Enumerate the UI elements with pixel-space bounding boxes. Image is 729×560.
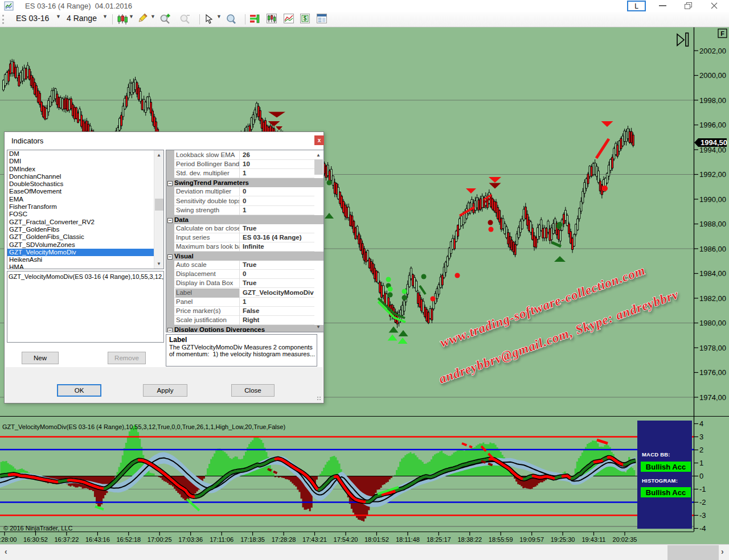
svg-text:17:00:25: 17:00:25 bbox=[148, 536, 172, 543]
svg-text:16:28:00: 16:28:00 bbox=[0, 536, 17, 543]
svg-text:-4: -4 bbox=[699, 524, 706, 533]
svg-text:1996,00: 1996,00 bbox=[699, 121, 726, 129]
svg-text:18:25:17: 18:25:17 bbox=[427, 536, 451, 543]
svg-text:3: 3 bbox=[699, 433, 703, 441]
svg-text:19:25:30: 19:25:30 bbox=[551, 536, 575, 543]
svg-text:17:54:20: 17:54:20 bbox=[334, 536, 358, 543]
svg-text:17:03:36: 17:03:36 bbox=[178, 536, 203, 543]
svg-text:18:38:22: 18:38:22 bbox=[457, 536, 482, 543]
svg-text:1994,50: 1994,50 bbox=[701, 138, 727, 147]
svg-text:19:09:57: 19:09:57 bbox=[519, 536, 544, 543]
svg-text:-3: -3 bbox=[699, 511, 706, 520]
svg-text:Bullish Acc: Bullish Acc bbox=[646, 463, 686, 471]
svg-text:2: 2 bbox=[699, 446, 703, 454]
svg-text:17:11:06: 17:11:06 bbox=[210, 536, 234, 543]
svg-text:1984,00: 1984,00 bbox=[699, 269, 726, 278]
svg-text:1986,00: 1986,00 bbox=[699, 245, 726, 253]
svg-text:18:55:59: 18:55:59 bbox=[489, 536, 513, 543]
svg-text:17:28:28: 17:28:28 bbox=[272, 536, 296, 543]
svg-text:1974,00: 1974,00 bbox=[699, 393, 726, 402]
svg-text:1978,00: 1978,00 bbox=[699, 344, 726, 352]
svg-text:2002,00: 2002,00 bbox=[699, 47, 726, 55]
svg-text:16:43:16: 16:43:16 bbox=[85, 536, 110, 543]
svg-text:1982,00: 1982,00 bbox=[699, 294, 726, 303]
svg-text:20:02:35: 20:02:35 bbox=[613, 536, 637, 543]
svg-text:© 2016 NinjaTrader, LLC: © 2016 NinjaTrader, LLC bbox=[3, 525, 72, 532]
svg-text:MACD BB:: MACD BB: bbox=[642, 451, 670, 458]
svg-text:-2: -2 bbox=[699, 498, 706, 507]
svg-text:1: 1 bbox=[699, 459, 703, 467]
svg-text:$: $ bbox=[304, 15, 307, 22]
svg-text:16:37:22: 16:37:22 bbox=[54, 536, 79, 543]
svg-text:4: 4 bbox=[699, 419, 703, 428]
svg-text:18:11:48: 18:11:48 bbox=[396, 536, 420, 543]
svg-text:HISTOGRAM:: HISTOGRAM: bbox=[642, 477, 678, 484]
svg-text:1998,00: 1998,00 bbox=[699, 96, 726, 105]
svg-text:17:18:35: 17:18:35 bbox=[240, 536, 265, 543]
svg-text:17:43:21: 17:43:21 bbox=[302, 536, 327, 543]
svg-text:1990,00: 1990,00 bbox=[699, 195, 726, 204]
svg-text:GZT_VelocityMomoDiv(ES 03-16 (: GZT_VelocityMomoDiv(ES 03-16 (4 Range),1… bbox=[2, 423, 285, 430]
svg-text:16:30:52: 16:30:52 bbox=[23, 536, 48, 543]
svg-text:1988,00: 1988,00 bbox=[699, 220, 726, 228]
svg-text:-1: -1 bbox=[699, 485, 706, 493]
svg-text:1992,00: 1992,00 bbox=[699, 170, 726, 179]
svg-text:16:52:18: 16:52:18 bbox=[116, 536, 141, 543]
svg-text:Bullish Acc: Bullish Acc bbox=[646, 488, 686, 497]
svg-text:1980,00: 1980,00 bbox=[699, 319, 726, 327]
svg-text:1976,00: 1976,00 bbox=[699, 368, 726, 377]
svg-text:18:01:52: 18:01:52 bbox=[364, 536, 389, 543]
svg-text:0: 0 bbox=[699, 472, 703, 480]
svg-text:19:43:11: 19:43:11 bbox=[581, 536, 605, 543]
svg-text:F: F bbox=[720, 30, 724, 37]
svg-text:2000,00: 2000,00 bbox=[699, 71, 726, 80]
